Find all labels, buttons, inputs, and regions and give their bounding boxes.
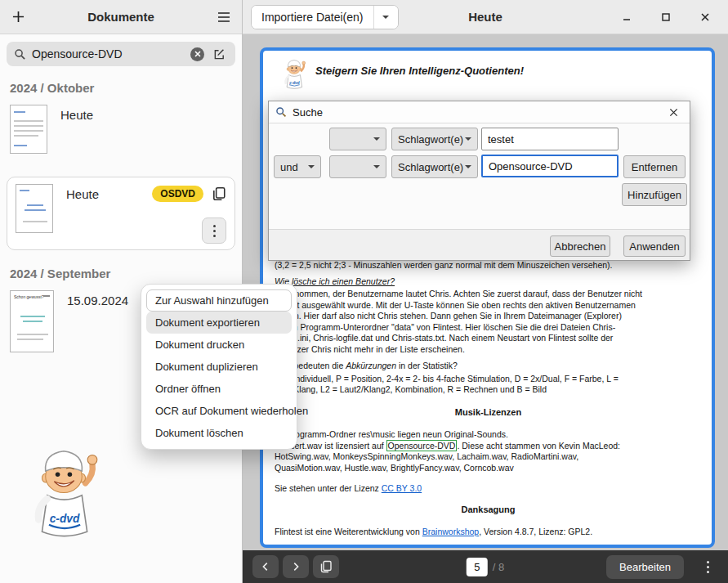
new-document-button[interactable] bbox=[5, 4, 31, 30]
close-icon bbox=[669, 108, 678, 117]
search-dialog: Suche Schlagwort(e) und Schlagwort(e) En… bbox=[268, 101, 690, 261]
field-combo-row2[interactable] bbox=[329, 155, 386, 178]
add-criterion-button[interactable]: Hinzufügen bbox=[622, 183, 687, 206]
import-dropdown-button[interactable] bbox=[373, 6, 398, 29]
document-context-menu: Zur Auswahl hinzufügen Dokument exportie… bbox=[141, 284, 297, 450]
doc-heading-music: Musik-Lizenzen bbox=[275, 407, 702, 419]
section-heading-october: 2024 / Oktober bbox=[10, 81, 232, 95]
compose-icon bbox=[213, 48, 226, 61]
search-term-input-row2[interactable] bbox=[481, 155, 619, 177]
doc-license-line: Sie stehen unter der Lizenz CC BY 3.0 bbox=[275, 483, 702, 495]
menu-item-open-folder[interactable]: Ordner öffnen bbox=[146, 378, 292, 400]
toolbar-menu-button[interactable] bbox=[697, 555, 718, 578]
document-text: (3,2 = 2,5 nicht 2;3 - Minuszahlen werde… bbox=[275, 260, 702, 538]
search-hit-highlight: Opensource-DVD bbox=[386, 440, 458, 451]
document-thumbnail[interactable] bbox=[10, 105, 47, 154]
doc-question-2: Was bedeuten die Abkürzungen in der Stat… bbox=[275, 361, 702, 372]
minimize-icon bbox=[622, 12, 632, 22]
main-menu-button[interactable] bbox=[211, 4, 237, 30]
chevron-right-icon bbox=[290, 561, 301, 572]
search-term-input-row1[interactable] bbox=[481, 128, 619, 150]
document-view-area: Steigern Sie Ihren Intelligenz-Quotiente… bbox=[243, 34, 728, 550]
search-input[interactable] bbox=[32, 47, 185, 61]
chevron-down-icon bbox=[308, 165, 315, 172]
doc-paragraph-2: IN = Individuell, P = Position, 2-4x = 2… bbox=[275, 374, 702, 396]
doc-thanks-line: Flintest ist eine Weiterentwicklung von … bbox=[275, 527, 702, 538]
page-title: Heute bbox=[468, 10, 502, 24]
page-overview-button[interactable] bbox=[313, 555, 339, 578]
document-banner: Steigern Sie Ihren Intelligenz-Quotiente… bbox=[263, 51, 712, 91]
sidebar-title: Dokumente bbox=[31, 10, 211, 24]
mascot-icon bbox=[281, 56, 307, 91]
field-combo-row1[interactable] bbox=[329, 128, 386, 150]
chevron-down-icon bbox=[373, 137, 380, 144]
dialog-title: Suche bbox=[293, 106, 658, 119]
doc-line-top: (3,2 = 2,5 nicht 2;3 - Minuszahlen werde… bbox=[275, 260, 702, 271]
menu-item-duplicate-document[interactable]: Dokument duplizieren bbox=[146, 356, 292, 378]
clear-search-button[interactable] bbox=[190, 47, 204, 61]
type-combo-row1[interactable]: Schlagwort(e) bbox=[391, 128, 478, 150]
toolbar-right: Bearbeiten bbox=[606, 555, 718, 579]
main-panel: Importiere Datei(en) Heute bbox=[243, 0, 728, 583]
document-row-1[interactable]: Heute bbox=[0, 103, 242, 155]
thumbnail-text: Schon gewusst? bbox=[14, 294, 44, 299]
import-files-button[interactable]: Importiere Datei(en) bbox=[252, 6, 373, 29]
menu-item-export-document[interactable]: Dokument exportieren bbox=[146, 312, 292, 334]
pages-icon bbox=[319, 560, 333, 573]
search-field[interactable] bbox=[7, 42, 235, 66]
search-area bbox=[0, 34, 242, 70]
kebab-icon bbox=[213, 225, 216, 237]
apply-button[interactable]: Anwenden bbox=[623, 235, 686, 257]
window-controls bbox=[617, 7, 720, 27]
page-total-label: / 8 bbox=[493, 561, 504, 573]
next-page-button[interactable] bbox=[283, 555, 309, 578]
brainworkshop-link[interactable]: Brainworkshop bbox=[422, 527, 479, 536]
menu-item-add-to-selection[interactable]: Zur Auswahl hinzufügen bbox=[146, 289, 292, 312]
mascot-illustration bbox=[20, 442, 108, 541]
minimize-button[interactable] bbox=[617, 7, 636, 27]
menu-item-redo-ocr[interactable]: OCR auf Dokument wiederholen bbox=[146, 400, 292, 422]
document-thumbnail[interactable] bbox=[16, 184, 53, 233]
menu-item-delete-document[interactable]: Dokument löschen bbox=[146, 422, 292, 444]
menu-item-print-document[interactable]: Dokument drucken bbox=[146, 334, 292, 356]
search-icon bbox=[275, 106, 287, 118]
section-heading-september: 2024 / September bbox=[10, 267, 232, 280]
plus-icon bbox=[12, 11, 25, 23]
close-button[interactable] bbox=[695, 7, 715, 27]
page-indicator: 5 / 8 bbox=[467, 558, 504, 576]
operator-combo-row2[interactable]: und bbox=[274, 155, 321, 178]
doc-music-files: HotSwing.wav, MonkeysSpinningMonkeys.wav… bbox=[275, 451, 702, 473]
previous-page-button[interactable] bbox=[252, 555, 279, 578]
banner-text: Steigern Sie Ihren Intelligenz-Quotiente… bbox=[315, 65, 524, 77]
edit-search-button[interactable] bbox=[210, 45, 228, 63]
page-number-input[interactable]: 5 bbox=[467, 558, 488, 576]
tag-badge: OSDVD bbox=[152, 186, 203, 202]
app-window: Dokumente 2024 / Oktober bbox=[0, 0, 728, 583]
remove-criterion-button[interactable]: Entfernen bbox=[623, 155, 686, 178]
document-row-2-selected[interactable]: Heute OSDVD bbox=[7, 177, 235, 250]
cancel-button[interactable]: Abbrechen bbox=[550, 235, 610, 257]
license-link[interactable]: CC BY 3.0 bbox=[382, 483, 422, 493]
doc-question-1: Wie lösche ich einen Benutzer? bbox=[275, 276, 702, 288]
edit-button[interactable]: Bearbeiten bbox=[606, 555, 684, 579]
dialog-body: Schlagwort(e) und Schlagwort(e) Entferne… bbox=[269, 123, 690, 260]
chevron-left-icon bbox=[260, 561, 271, 572]
dialog-titlebar: Suche bbox=[269, 101, 690, 123]
doc-music-line2: Concert.wav ist lizensiert auf Opensourc… bbox=[275, 441, 702, 452]
sidebar-header: Dokumente bbox=[0, 0, 242, 34]
type-combo-row2[interactable]: Schlagwort(e) bbox=[391, 155, 478, 178]
hamburger-icon bbox=[217, 11, 230, 23]
kebab-icon bbox=[707, 561, 709, 573]
doc-paragraph-1: Angenommen, der Benutzername lautet Chri… bbox=[275, 289, 702, 355]
document-label: 15.09.2024 bbox=[67, 294, 128, 307]
doc-heading-thanks: Danksagung bbox=[275, 505, 702, 516]
chevron-down-icon bbox=[465, 137, 471, 144]
import-split-button: Importiere Datei(en) bbox=[251, 5, 399, 29]
maximize-button[interactable] bbox=[656, 7, 676, 27]
document-thumbnail[interactable]: Schon gewusst? bbox=[10, 290, 54, 352]
multipage-icon bbox=[212, 186, 226, 204]
document-label: Heute bbox=[60, 108, 93, 122]
document-options-button[interactable] bbox=[202, 218, 226, 244]
dialog-close-button[interactable] bbox=[663, 103, 683, 121]
document-label: Heute bbox=[66, 187, 144, 201]
